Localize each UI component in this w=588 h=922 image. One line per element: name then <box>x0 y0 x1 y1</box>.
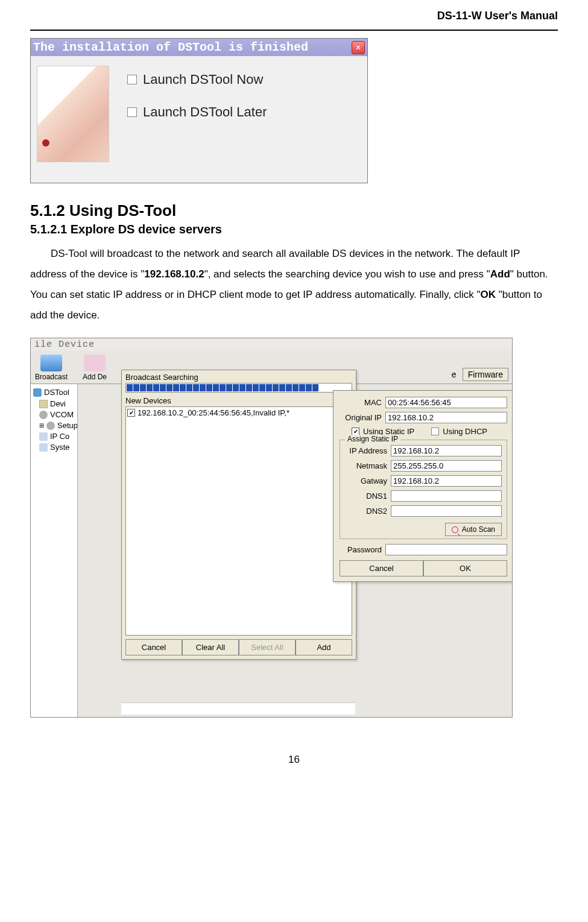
section-heading-5121: 5.1.2.1 Explore DS device servers <box>30 223 558 236</box>
setup-icon <box>46 422 55 430</box>
tree-item-system[interactable]: Syste <box>39 443 75 452</box>
section-paragraph: DS-Tool will broadcast to the network an… <box>30 244 558 326</box>
clear-all-button[interactable]: Clear All <box>182 639 239 655</box>
ip-address-label: IP Address <box>345 446 387 455</box>
assign-static-ip-group: Assign Static IP IP Address Netmask Gatw… <box>340 440 507 539</box>
installer-body: Launch DSTool Now Launch DSTool Later <box>31 56 367 183</box>
dns2-label: DNS2 <box>345 507 387 516</box>
menubar: ile Device <box>31 338 512 351</box>
ipconfig-icon <box>39 432 48 441</box>
gateway-field[interactable] <box>391 475 502 487</box>
broadcast-button[interactable]: Broadcast <box>34 355 68 381</box>
broadcast-icon <box>40 355 62 371</box>
ok-button[interactable]: OK <box>423 560 507 576</box>
mac-label: MAC <box>340 398 382 407</box>
installer-image <box>37 66 109 162</box>
search-dialog-buttons: Cancel Clear All Select All Add <box>125 639 352 655</box>
tree-item-setup[interactable]: ⊞ Setup <box>39 421 75 430</box>
cancel-button[interactable]: Cancel <box>340 560 423 576</box>
tree-item-ipconfig[interactable]: IP Co <box>39 432 75 441</box>
page-number: 16 <box>30 754 558 766</box>
password-field[interactable] <box>385 544 507 555</box>
checkbox-icon[interactable]: ✔ <box>127 409 135 417</box>
broadcast-search-dialog: Broadcast Searching New Devices ✔ 192.16… <box>121 370 356 660</box>
progress-bar <box>125 383 352 393</box>
dns1-field[interactable] <box>391 490 502 502</box>
broadcast-search-title: Broadcast Searching <box>122 370 356 383</box>
section-heading-512: 5.1.2 Using DS-Tool <box>30 201 558 220</box>
installer-title: The installation of DSTool is finished <box>33 40 308 54</box>
footer-bar <box>121 703 355 715</box>
dns1-label: DNS1 <box>345 491 387 500</box>
checkbox-icon[interactable] <box>127 107 137 117</box>
mac-field[interactable] <box>385 397 507 408</box>
checkbox-icon[interactable] <box>127 75 137 84</box>
original-ip-label: Original IP <box>340 413 382 422</box>
add-button[interactable]: Add <box>296 639 352 655</box>
dhcp-checkbox[interactable] <box>431 428 439 435</box>
netmask-field[interactable] <box>391 460 502 472</box>
expand-icon[interactable]: ⊞ <box>39 422 44 429</box>
netmask-label: Netmask <box>345 461 387 470</box>
launch-later-label: Launch DSTool Later <box>143 104 267 120</box>
tree-root[interactable]: DSTool <box>33 388 75 397</box>
installer-titlebar: The installation of DSTool is finished ✕ <box>31 39 367 56</box>
gateway-label: Gatway <box>345 476 387 485</box>
firmware-button[interactable]: e Firmware <box>452 368 508 381</box>
tree-item-vcom[interactable]: VCOM <box>39 410 75 419</box>
ip-address-field[interactable] <box>391 445 502 456</box>
magnify-icon <box>452 526 458 533</box>
original-ip-field[interactable] <box>385 412 507 423</box>
add-device-button[interactable]: Add De <box>78 355 112 381</box>
dstool-window: ile Device Broadcast Add De e Firmware D… <box>30 338 513 718</box>
installer-window: The installation of DSTool is finished ✕… <box>30 38 368 183</box>
group-legend: Assign Static IP <box>345 435 400 443</box>
add-device-icon <box>84 355 106 371</box>
password-row: Password <box>340 544 507 555</box>
device-list: ✔ 192.168.10.2_00:25:44:56:56:45,Invalid… <box>125 406 352 636</box>
mac-row: MAC <box>340 397 507 408</box>
launch-later-option[interactable]: Launch DSTool Later <box>127 104 267 120</box>
ip-config-dialog: MAC Original IP ✔ Using Static IP Using … <box>333 390 513 582</box>
dns2-field[interactable] <box>391 505 502 517</box>
dstool-icon <box>33 388 42 397</box>
password-label: Password <box>340 545 382 554</box>
cancel-button[interactable]: Cancel <box>125 639 182 655</box>
tree-panel: DSTool Devi VCOM ⊞ Setup IP Co Syste <box>31 384 78 718</box>
launch-now-option[interactable]: Launch DSTool Now <box>127 72 267 87</box>
vcom-icon <box>39 411 48 419</box>
close-icon[interactable]: ✕ <box>352 41 365 54</box>
original-ip-row: Original IP <box>340 412 507 423</box>
page-header: DS-11-W User's Manual <box>30 10 558 31</box>
device-row-text: 192.168.10.2_00:25:44:56:56:45,Invalid I… <box>138 408 289 417</box>
auto-scan-button[interactable]: Auto Scan <box>445 523 502 536</box>
tree-item-devices[interactable]: Devi <box>39 399 75 408</box>
config-dialog-buttons: Cancel OK <box>340 560 507 576</box>
dhcp-label: Using DHCP <box>443 427 487 436</box>
installer-options: Launch DSTool Now Launch DSTool Later <box>127 66 267 177</box>
launch-now-label: Launch DSTool Now <box>143 72 263 87</box>
new-devices-label: New Devices <box>122 395 356 406</box>
device-row[interactable]: ✔ 192.168.10.2_00:25:44:56:56:45,Invalid… <box>127 408 350 417</box>
select-all-button[interactable]: Select All <box>239 639 296 655</box>
system-icon <box>39 443 48 452</box>
device-icon <box>39 400 48 408</box>
